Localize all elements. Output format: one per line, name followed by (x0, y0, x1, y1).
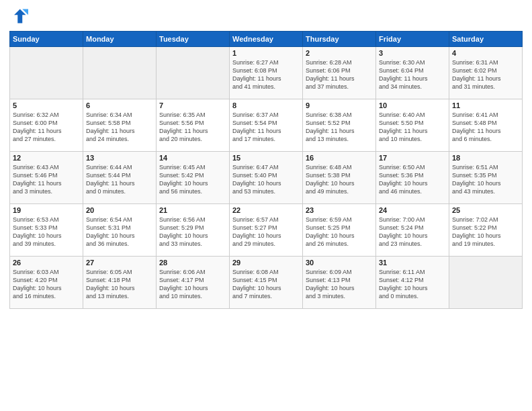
day-info: Sunrise: 7:00 AM Sunset: 5:24 PM Dayligh… (379, 216, 446, 248)
day-number: 29 (232, 259, 300, 267)
day-number: 27 (86, 259, 153, 267)
day-number: 9 (306, 101, 373, 109)
day-number: 3 (379, 49, 446, 57)
header (9, 7, 523, 26)
calendar-cell (449, 257, 523, 309)
day-info: Sunrise: 6:45 AM Sunset: 5:42 PM Dayligh… (159, 163, 226, 196)
calendar-cell: 20Sunrise: 6:54 AM Sunset: 5:31 PM Dayli… (83, 204, 157, 257)
day-info: Sunrise: 6:06 AM Sunset: 4:17 PM Dayligh… (159, 268, 226, 301)
day-number: 12 (13, 154, 80, 162)
calendar-cell: 23Sunrise: 6:59 AM Sunset: 5:25 PM Dayli… (303, 204, 376, 257)
weekday-header-tuesday: Tuesday (157, 32, 230, 47)
calendar-cell: 31Sunrise: 6:11 AM Sunset: 4:12 PM Dayli… (376, 257, 449, 309)
day-number: 16 (306, 154, 373, 162)
day-number: 15 (232, 154, 300, 162)
day-info: Sunrise: 6:44 AM Sunset: 5:44 PM Dayligh… (86, 163, 153, 196)
calendar-cell: 24Sunrise: 7:00 AM Sunset: 5:24 PM Dayli… (376, 204, 449, 257)
day-info: Sunrise: 6:51 AM Sunset: 5:35 PM Dayligh… (452, 163, 519, 196)
day-info: Sunrise: 6:34 AM Sunset: 5:58 PM Dayligh… (86, 111, 153, 144)
weekday-header-friday: Friday (376, 32, 449, 47)
calendar-cell: 22Sunrise: 6:57 AM Sunset: 5:27 PM Dayli… (230, 204, 303, 257)
calendar-cell: 4Sunrise: 6:31 AM Sunset: 6:02 PM Daylig… (449, 47, 523, 99)
day-info: Sunrise: 6:28 AM Sunset: 6:06 PM Dayligh… (306, 58, 373, 91)
day-info: Sunrise: 6:35 AM Sunset: 5:56 PM Dayligh… (159, 111, 226, 144)
page: SundayMondayTuesdayWednesdayThursdayFrid… (0, 0, 532, 411)
day-number: 25 (452, 206, 519, 214)
calendar-cell: 12Sunrise: 6:43 AM Sunset: 5:46 PM Dayli… (10, 152, 83, 204)
day-number: 4 (452, 49, 519, 57)
day-number: 1 (232, 49, 300, 57)
logo-icon (9, 7, 28, 26)
day-info: Sunrise: 7:02 AM Sunset: 5:22 PM Dayligh… (452, 216, 519, 248)
day-info: Sunrise: 6:05 AM Sunset: 4:18 PM Dayligh… (86, 268, 153, 301)
calendar-cell: 21Sunrise: 6:56 AM Sunset: 5:29 PM Dayli… (157, 204, 230, 257)
week-row-4: 26Sunrise: 6:03 AM Sunset: 4:20 PM Dayli… (10, 257, 523, 309)
calendar-cell: 9Sunrise: 6:38 AM Sunset: 5:52 PM Daylig… (303, 99, 376, 152)
calendar-cell: 18Sunrise: 6:51 AM Sunset: 5:35 PM Dayli… (449, 152, 523, 204)
weekday-header-sunday: Sunday (10, 32, 83, 47)
weekday-header-wednesday: Wednesday (230, 32, 303, 47)
week-row-0: 1Sunrise: 6:27 AM Sunset: 6:08 PM Daylig… (10, 47, 523, 99)
day-info: Sunrise: 6:47 AM Sunset: 5:40 PM Dayligh… (232, 163, 300, 196)
day-info: Sunrise: 6:43 AM Sunset: 5:46 PM Dayligh… (13, 163, 80, 196)
day-number: 30 (306, 259, 373, 267)
calendar-cell: 6Sunrise: 6:34 AM Sunset: 5:58 PM Daylig… (83, 99, 157, 152)
day-info: Sunrise: 6:30 AM Sunset: 6:04 PM Dayligh… (379, 58, 446, 91)
day-info: Sunrise: 6:08 AM Sunset: 4:15 PM Dayligh… (232, 268, 300, 301)
day-number: 10 (379, 101, 446, 109)
week-row-1: 5Sunrise: 6:32 AM Sunset: 6:00 PM Daylig… (10, 99, 523, 152)
calendar-cell: 15Sunrise: 6:47 AM Sunset: 5:40 PM Dayli… (230, 152, 303, 204)
day-number: 11 (452, 101, 519, 109)
day-info: Sunrise: 6:40 AM Sunset: 5:50 PM Dayligh… (379, 111, 446, 144)
day-info: Sunrise: 6:56 AM Sunset: 5:29 PM Dayligh… (159, 216, 226, 248)
day-info: Sunrise: 6:11 AM Sunset: 4:12 PM Dayligh… (379, 268, 446, 301)
day-number: 6 (86, 101, 153, 109)
day-number: 24 (379, 206, 446, 214)
day-info: Sunrise: 6:32 AM Sunset: 6:00 PM Dayligh… (13, 111, 80, 144)
calendar-cell: 10Sunrise: 6:40 AM Sunset: 5:50 PM Dayli… (376, 99, 449, 152)
calendar-cell (10, 47, 83, 99)
week-row-2: 12Sunrise: 6:43 AM Sunset: 5:46 PM Dayli… (10, 152, 523, 204)
day-number: 20 (86, 206, 153, 214)
day-info: Sunrise: 6:59 AM Sunset: 5:25 PM Dayligh… (306, 216, 373, 248)
calendar-cell (157, 47, 230, 99)
day-info: Sunrise: 6:03 AM Sunset: 4:20 PM Dayligh… (13, 268, 80, 301)
calendar-cell: 2Sunrise: 6:28 AM Sunset: 6:06 PM Daylig… (303, 47, 376, 99)
day-number: 13 (86, 154, 153, 162)
day-info: Sunrise: 6:38 AM Sunset: 5:52 PM Dayligh… (306, 111, 373, 144)
day-number: 7 (159, 101, 226, 109)
day-number: 21 (159, 206, 226, 214)
day-info: Sunrise: 6:27 AM Sunset: 6:08 PM Dayligh… (232, 58, 300, 91)
weekday-header-monday: Monday (83, 32, 157, 47)
day-number: 14 (159, 154, 226, 162)
weekday-header-thursday: Thursday (303, 32, 376, 47)
day-number: 19 (13, 206, 80, 214)
calendar-cell: 7Sunrise: 6:35 AM Sunset: 5:56 PM Daylig… (157, 99, 230, 152)
day-number: 22 (232, 206, 300, 214)
calendar-cell: 5Sunrise: 6:32 AM Sunset: 6:00 PM Daylig… (10, 99, 83, 152)
calendar-table: SundayMondayTuesdayWednesdayThursdayFrid… (9, 31, 523, 309)
day-info: Sunrise: 6:48 AM Sunset: 5:38 PM Dayligh… (306, 163, 373, 196)
day-info: Sunrise: 6:53 AM Sunset: 5:33 PM Dayligh… (13, 216, 80, 248)
day-number: 23 (306, 206, 373, 214)
calendar-cell: 27Sunrise: 6:05 AM Sunset: 4:18 PM Dayli… (83, 257, 157, 309)
day-number: 28 (159, 259, 226, 267)
day-number: 18 (452, 154, 519, 162)
calendar-cell: 3Sunrise: 6:30 AM Sunset: 6:04 PM Daylig… (376, 47, 449, 99)
logo (9, 7, 31, 26)
calendar-cell: 25Sunrise: 7:02 AM Sunset: 5:22 PM Dayli… (449, 204, 523, 257)
day-info: Sunrise: 6:54 AM Sunset: 5:31 PM Dayligh… (86, 216, 153, 248)
calendar-cell: 17Sunrise: 6:50 AM Sunset: 5:36 PM Dayli… (376, 152, 449, 204)
day-info: Sunrise: 6:31 AM Sunset: 6:02 PM Dayligh… (452, 58, 519, 91)
day-number: 8 (232, 101, 300, 109)
calendar-cell: 19Sunrise: 6:53 AM Sunset: 5:33 PM Dayli… (10, 204, 83, 257)
weekday-header-row: SundayMondayTuesdayWednesdayThursdayFrid… (10, 32, 523, 47)
weekday-header-saturday: Saturday (449, 32, 523, 47)
day-info: Sunrise: 6:57 AM Sunset: 5:27 PM Dayligh… (232, 216, 300, 248)
calendar-cell: 28Sunrise: 6:06 AM Sunset: 4:17 PM Dayli… (157, 257, 230, 309)
calendar-cell: 29Sunrise: 6:08 AM Sunset: 4:15 PM Dayli… (230, 257, 303, 309)
calendar-cell: 11Sunrise: 6:41 AM Sunset: 5:48 PM Dayli… (449, 99, 523, 152)
day-info: Sunrise: 6:41 AM Sunset: 5:48 PM Dayligh… (452, 111, 519, 144)
calendar-cell: 13Sunrise: 6:44 AM Sunset: 5:44 PM Dayli… (83, 152, 157, 204)
day-number: 26 (13, 259, 80, 267)
